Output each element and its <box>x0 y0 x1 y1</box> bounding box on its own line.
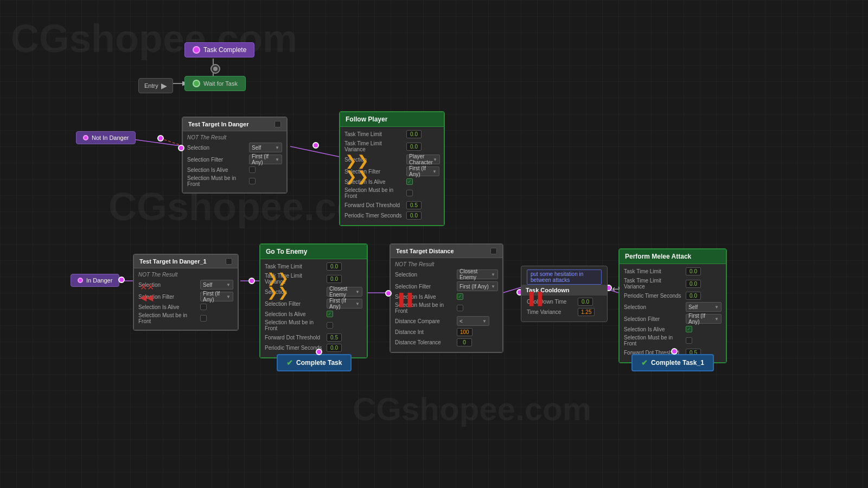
complete-task-check-icon: ✔ <box>286 358 293 367</box>
wait-connector[interactable] <box>193 80 200 87</box>
follow-chevrons: ❯❯❯❯ <box>345 153 369 184</box>
goto-time-variance: 0.0 <box>327 275 342 283</box>
label-selection: Selection <box>187 145 247 151</box>
dot-complete-task-1-top <box>671 348 678 355</box>
not-in-danger-node: Not In Danger <box>76 131 136 144</box>
melee-time-variance: 0.0 <box>686 280 701 288</box>
goto-time-limit: 0.0 <box>327 262 342 271</box>
in-danger-label: In Danger <box>86 277 112 284</box>
task-complete-connector[interactable] <box>193 46 200 54</box>
task-complete-label: Task Complete <box>203 46 246 54</box>
dot-test-target-left <box>178 145 184 151</box>
distance-sel-filter[interactable]: First (If Any)▼ <box>457 281 498 291</box>
follow-time-variance: 0.0 <box>406 143 422 151</box>
dot-follow-left <box>312 142 319 149</box>
test-target-title: Test Target In Danger <box>188 121 248 127</box>
goto-sel-filter[interactable]: First (If Any)▼ <box>327 299 362 309</box>
test1-red-arrows: ✕✕◀◀ <box>140 282 154 303</box>
melee-front-check[interactable] <box>686 337 692 344</box>
go-to-enemy-node: Go To Enemy Task Time Limit 0.0 Task Tim… <box>259 243 368 358</box>
test-target-in-danger-node: Test Target In Danger NOT The Result Sel… <box>182 117 288 194</box>
perform-melee-node: Perform Melee Attack Task Time Limit 0.0… <box>618 248 727 363</box>
goto-selection[interactable]: Closest Enemy▼ <box>327 287 362 297</box>
dot-test1-right <box>248 278 255 284</box>
goto-dot-threshold: 0.5 <box>327 333 342 342</box>
not-in-danger-connector[interactable] <box>83 135 88 140</box>
complete-task-1-label: Complete Task_1 <box>651 359 704 367</box>
follow-time-limit: 0.0 <box>406 130 422 138</box>
melee-time-limit: 0.0 <box>686 267 701 275</box>
follow-player-title: Follow Player <box>346 115 387 123</box>
label-sel-filter: Selection Filter <box>187 157 247 163</box>
cooldown-hint: put some hesitation in between attacks <box>527 269 602 285</box>
distance-selection[interactable]: Closest Enemy▼ <box>457 269 498 279</box>
sel-front-checkbox[interactable] <box>249 178 256 184</box>
goto-front-check[interactable] <box>327 322 333 329</box>
dot-complete-task-top <box>316 349 322 355</box>
cooldown-variance-label: Time Variance <box>527 309 576 315</box>
arrow-to-melee: ↩ <box>612 283 620 295</box>
follow-alive-check[interactable] <box>406 178 413 185</box>
goto-chevrons: ❯❯❯❯ <box>267 271 289 300</box>
melee-title: Perform Melee Attack <box>625 253 691 260</box>
test1-sel-filter[interactable]: First (If Any)▼ <box>200 292 233 301</box>
follow-dot-threshold: 0.5 <box>406 201 422 209</box>
test-distance-title: Test Target Distance <box>396 248 454 254</box>
melee-alive-check[interactable] <box>686 326 692 332</box>
sel-filter-select[interactable]: First (If Any)▼ <box>249 155 282 164</box>
in-danger-connector[interactable] <box>78 278 83 283</box>
cooldown-red-bars: ▐▐ <box>525 292 542 306</box>
distance-front-check[interactable] <box>457 305 463 311</box>
distance-int: 100 <box>457 328 473 336</box>
wait-for-task-node: Wait for Task <box>184 76 246 91</box>
test-target-not-result: NOT The Result <box>187 134 226 140</box>
test-distance-not-result: NOT The Result <box>395 261 434 267</box>
melee-periodic: 0.0 <box>686 292 701 300</box>
test-distance-checkbox[interactable] <box>490 248 497 254</box>
distance-tolerance: 0 <box>457 338 472 346</box>
test1-front-check[interactable] <box>200 315 207 322</box>
test1-alive-check[interactable] <box>200 304 207 310</box>
test1-selection[interactable]: Self▼ <box>200 280 233 290</box>
dot-distance-left <box>385 290 392 297</box>
sel-alive-checkbox[interactable] <box>249 166 256 173</box>
label-sel-front: Selection Must be in Front <box>187 175 247 187</box>
goto-alive-check[interactable] <box>327 311 333 317</box>
test-1-not-result: NOT The Result <box>138 272 177 278</box>
follow-sel-filter[interactable]: First (If Any)▼ <box>406 166 439 176</box>
follow-front-check[interactable] <box>406 190 413 196</box>
complete-task-label: Complete Task <box>296 359 342 367</box>
melee-selection[interactable]: Self▼ <box>686 302 722 312</box>
complete-task-1-check-icon: ✔ <box>641 358 648 367</box>
task-complete-node: Task Complete <box>184 42 254 57</box>
not-in-danger-label: Not In Danger <box>92 134 129 141</box>
complete-task-node[interactable]: ✔ Complete Task <box>277 354 352 371</box>
follow-periodic: 0.0 <box>406 211 422 220</box>
entry-play-icon: ▶ <box>161 81 167 90</box>
dot-not-in-danger-right <box>157 135 164 142</box>
complete-task-1-node[interactable]: ✔ Complete Task_1 <box>631 354 714 371</box>
entry-label: Entry <box>144 82 158 89</box>
test-1-checkbox[interactable] <box>226 258 232 265</box>
test-target-checkbox[interactable] <box>275 121 281 127</box>
cooldown-variance-val: 1.25 <box>578 308 595 316</box>
connector-circle <box>210 64 220 74</box>
label-sel-alive: Selection Is Alive <box>187 167 247 173</box>
wait-for-task-label: Wait for Task <box>203 80 238 87</box>
goto-periodic: 0.0 <box>327 344 342 352</box>
follow-selection[interactable]: Player Character▼ <box>406 155 440 164</box>
entry-node: Entry ▶ <box>138 78 173 93</box>
go-to-enemy-title: Go To Enemy <box>266 248 307 255</box>
cooldown-time-val: 0.0 <box>578 298 593 306</box>
dot-in-danger-right <box>118 277 125 283</box>
selection-select[interactable]: Self▼ <box>249 143 282 152</box>
in-danger-node: In Danger <box>71 274 119 287</box>
distance-compare[interactable]: <▼ <box>457 316 489 326</box>
distance-alive-check[interactable] <box>457 293 463 300</box>
test-target-1-title: Test Target In Danger_1 <box>139 258 207 265</box>
distance-red-bars: ▐▐ <box>395 293 412 307</box>
melee-sel-filter[interactable]: First (If Any)▼ <box>686 314 722 324</box>
